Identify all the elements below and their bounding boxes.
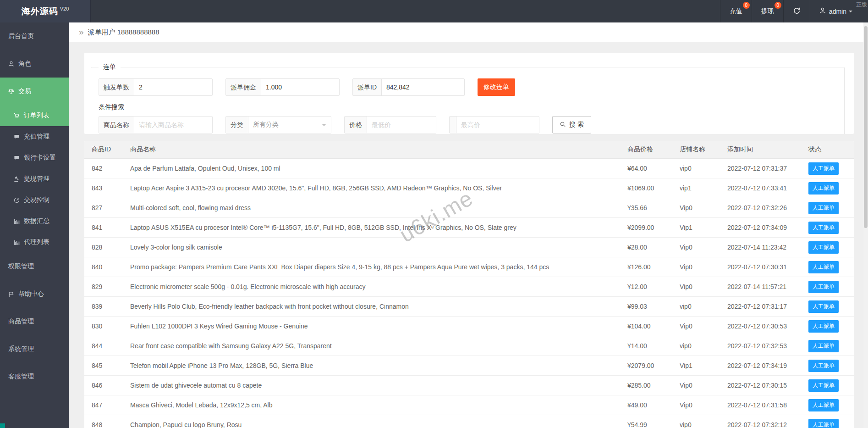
manual-dispatch-button[interactable]: 人工派单	[808, 241, 839, 254]
product-id-cell: 827	[84, 198, 130, 218]
refresh-button[interactable]	[783, 0, 810, 22]
table-row: 830 Fuhlen L102 1000DPI 3 Keys Wired Gam…	[84, 317, 854, 336]
sidebar-item-system-manage[interactable]: 系统管理	[0, 335, 69, 363]
manual-dispatch-button[interactable]: 人工派单	[808, 261, 839, 273]
cart-icon	[14, 113, 20, 119]
manual-dispatch-button[interactable]: 人工派单	[808, 320, 839, 333]
product-table: 商品ID 商品名称 商品价格 店铺名称 添加时间 状态 842 Apa de P…	[84, 141, 854, 428]
product-price-cell: ¥49.00	[627, 395, 680, 415]
add-time-cell: 2022-07-12 07:34:19	[727, 356, 808, 376]
sidebar-item-label: 客服管理	[8, 372, 34, 381]
user-icon	[819, 7, 826, 15]
sidebar-item-bank-card-settings[interactable]: 银行卡设置	[0, 147, 69, 168]
sidebar-item-product-manage[interactable]: 商品管理	[0, 308, 69, 335]
product-name-cell: Laptop Acer Aspire 3 A315-23 cu procesor…	[130, 178, 627, 198]
modify-chain-order-button[interactable]: 修改连单	[478, 78, 515, 96]
trigger-count-input[interactable]	[134, 79, 212, 95]
product-id-cell: 847	[84, 395, 130, 415]
sidebar-item-order-list[interactable]: 订单列表	[0, 105, 69, 126]
chart-icon	[14, 239, 20, 245]
manual-dispatch-button[interactable]: 人工派单	[808, 419, 839, 428]
scrollbar[interactable]	[863, 22, 868, 428]
search-button[interactable]: 搜 索	[552, 116, 591, 133]
main-content: » 派单用户 18888888888 连单 触发单数 派单佣金 派单ID	[69, 22, 868, 428]
table-row: 847 Masca Ghiveci, Model Lebada, 12x9x12…	[84, 395, 854, 415]
manual-dispatch-button[interactable]: 人工派单	[808, 281, 839, 293]
manual-dispatch-button[interactable]: 人工派单	[808, 202, 839, 214]
sidebar-item-roles[interactable]: 角色	[0, 50, 69, 78]
dispatch-id-input[interactable]	[382, 79, 464, 95]
sidebar-item-dashboard[interactable]: 后台首页	[0, 22, 69, 50]
product-id-cell: 843	[84, 178, 130, 198]
chart-icon	[14, 218, 20, 224]
dispatch-commission-input[interactable]	[261, 79, 339, 95]
add-time-cell: 2022-07-12 07:32:12	[727, 415, 808, 428]
sidebar-item-help-center[interactable]: 帮助中心	[0, 280, 69, 308]
nav-withdraw-label: 提现	[761, 7, 774, 16]
price-max-spacer	[450, 117, 456, 133]
product-name-cell: Champion, Papuci cu logo Bruny, Rosu	[130, 415, 627, 428]
max-price-input[interactable]	[456, 117, 539, 133]
filter-panel: 连单 触发单数 派单佣金 派单ID 修改连单	[84, 53, 854, 134]
shop-name-cell: Vip0	[680, 277, 727, 297]
scrollbar-thumb[interactable]	[864, 26, 868, 228]
product-price-cell: ¥12.00	[627, 277, 680, 297]
add-time-cell: 2022-07-12 07:33:41	[727, 178, 808, 198]
category-label: 分类	[226, 117, 248, 133]
sidebar-item-label: 帮助中心	[18, 290, 44, 298]
product-price-cell: ¥35.66	[627, 198, 680, 218]
product-name-input[interactable]	[134, 117, 212, 133]
manual-dispatch-button[interactable]: 人工派单	[808, 399, 839, 411]
sidebar-item-withdraw-manage[interactable]: 提现管理	[0, 168, 69, 189]
product-name-cell: Telefon mobil Apple iPhone 13 Pro Max, 1…	[130, 356, 627, 376]
sidebar-item-label: 订单列表	[24, 111, 49, 120]
field-price-max	[449, 116, 539, 133]
manual-dispatch-button[interactable]: 人工派单	[808, 222, 839, 234]
refresh-icon	[793, 7, 801, 16]
sidebar-item-permission-manage[interactable]: 权限管理	[0, 253, 69, 280]
product-price-cell: ¥1069.00	[627, 178, 680, 198]
product-id-cell: 829	[84, 277, 130, 297]
search-icon	[560, 121, 566, 129]
product-name-label: 商品名称	[99, 117, 134, 133]
add-time-cell: 2022-07-12 07:31:17	[727, 297, 808, 317]
add-time-cell: 2022-07-12 07:30:31	[727, 257, 808, 277]
min-price-input[interactable]	[367, 117, 436, 133]
sidebar-item-service-manage[interactable]: 客服管理	[0, 363, 69, 390]
product-name-cell: Fuhlen L102 1000DPI 3 Keys Wired Gaming …	[130, 317, 627, 336]
chevron-down-icon	[849, 11, 852, 14]
nav-withdraw[interactable]: 提现 0	[752, 0, 783, 22]
table-row: 845 Telefon mobil Apple iPhone 13 Pro Ma…	[84, 356, 854, 376]
user-menu[interactable]: admin	[810, 0, 862, 22]
sidebar-item-data-summary[interactable]: 数据汇总	[0, 211, 69, 232]
field-dispatch-id: 派单ID	[352, 78, 465, 96]
shop-name-cell: vip1	[680, 178, 727, 198]
shop-name-cell: Vip1	[680, 218, 727, 238]
manual-dispatch-button[interactable]: 人工派单	[808, 379, 839, 392]
product-price-cell: ¥104.00	[627, 317, 680, 336]
sidebar-item-trade[interactable]: 交易	[0, 78, 69, 105]
table-row: 829 Electronic micrometer scale 500g - 0…	[84, 277, 854, 297]
search-section-title: 条件搜索	[99, 103, 837, 111]
sidebar-item-recharge-manage[interactable]: 充值管理	[0, 126, 69, 147]
manual-dispatch-button[interactable]: 人工派单	[808, 300, 839, 313]
product-name-cell: Masca Ghiveci, Model Lebada, 12x9x12,5 c…	[130, 395, 627, 415]
sidebar-item-label: 系统管理	[8, 345, 34, 353]
manual-dispatch-button[interactable]: 人工派单	[808, 360, 839, 372]
username: admin	[829, 8, 846, 15]
product-price-cell: ¥99.03	[627, 297, 680, 317]
product-id-cell: 828	[84, 238, 130, 257]
trigger-count-label: 触发单数	[99, 79, 134, 95]
manual-dispatch-button[interactable]: 人工派单	[808, 340, 839, 352]
manual-dispatch-button[interactable]: 人工派单	[808, 182, 839, 195]
category-select[interactable]: 所有分类	[248, 117, 331, 133]
manual-dispatch-button[interactable]: 人工派单	[808, 162, 839, 175]
recharge-badge: 0	[743, 2, 750, 9]
brand-version: V20	[60, 6, 69, 11]
col-shop-name: 店铺名称	[680, 141, 727, 159]
nav-recharge[interactable]: 充值 0	[720, 0, 752, 22]
brand-logo[interactable]: 海外源码 V20	[0, 0, 91, 22]
product-name-cell: Multi-colored soft, cool, flowing maxi d…	[130, 198, 627, 218]
sidebar-item-trade-control[interactable]: 交易控制	[0, 189, 69, 211]
sidebar-item-agent-list[interactable]: 代理列表	[0, 232, 69, 253]
